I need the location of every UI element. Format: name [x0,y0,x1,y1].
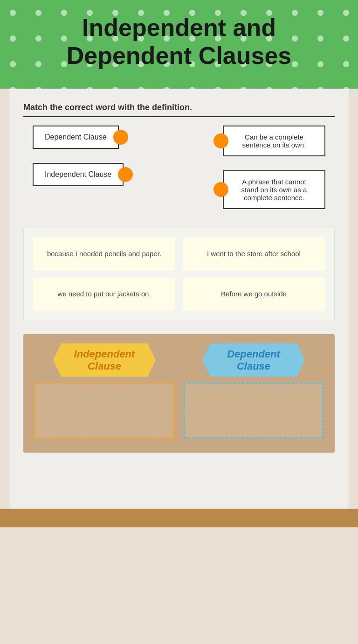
main-content: Match the correct word with the definiti… [9,89,349,509]
sentence-card-4[interactable]: Before we go outside [183,278,325,310]
connector-dot-2[interactable] [118,167,133,182]
sorting-section: Independent Clause Dependent Clause [23,334,335,453]
term-row-1: Dependent Clause [33,126,124,149]
connector-dot-left-2[interactable] [213,182,228,197]
sort-column-independent: Independent Clause [34,343,174,439]
cardboard-area [0,509,358,527]
matching-section: Dependent Clause Independent Clause Can … [23,126,335,209]
term-box-2[interactable]: Independent Clause [33,163,124,186]
sentence-card-3[interactable]: we need to put our jackets on. [33,278,175,310]
sort-header-independent: Independent Clause [53,343,156,377]
connector-dot-1[interactable] [113,130,128,145]
matching-definitions: Can be a complete sentence on its own. A… [223,126,325,209]
cards-section: because I needed pencils and paper. I we… [23,228,335,320]
sort-header-dependent: Dependent Clause [202,343,305,377]
def-box-2[interactable]: A phrase that cannot stand on its own as… [223,170,325,209]
def-row-1: Can be a complete sentence on its own. [223,126,325,156]
matching-terms: Dependent Clause Independent Clause [33,126,124,186]
page-title: Independent and Dependent Clauses [19,14,339,70]
cards-grid: because I needed pencils and paper. I we… [33,238,325,310]
term-box-1[interactable]: Dependent Clause [33,126,119,149]
connector-dot-left-1[interactable] [213,133,228,148]
sentence-card-2[interactable]: I went to the store after school [183,238,325,270]
bottom-area [0,527,358,621]
def-box-1[interactable]: Can be a complete sentence on its own. [223,126,325,156]
sort-column-dependent: Dependent Clause [184,343,324,439]
header-section: Independent and Dependent Clauses [0,0,358,89]
sort-drop-area-independent[interactable] [34,383,174,439]
sorting-grid: Independent Clause Dependent Clause [34,343,324,439]
sentence-card-1[interactable]: because I needed pencils and paper. [33,238,175,270]
sort-drop-area-dependent[interactable] [184,383,324,439]
def-row-2: A phrase that cannot stand on its own as… [223,170,325,209]
term-row-2: Independent Clause [33,163,124,186]
section-instruction: Match the correct word with the definiti… [23,103,335,117]
